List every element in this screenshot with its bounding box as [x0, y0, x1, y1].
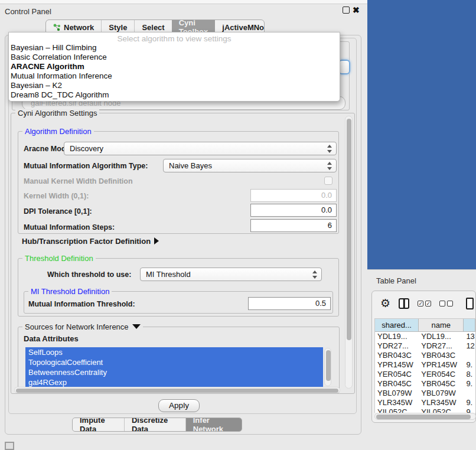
app-toolbar-edge: [0, 0, 367, 4]
hub-definition-toggle[interactable]: Hub/Transcription Factor Definition: [22, 237, 159, 246]
sources-group-title[interactable]: Sources for Network Inference: [22, 322, 143, 331]
mi-type-combo[interactable]: Naive Bayes: [163, 159, 337, 172]
manual-kernel-label: Manual Kernel Width Definition: [24, 177, 133, 185]
dropdown-item-bayesian-k2[interactable]: Bayesian – K2: [9, 81, 340, 90]
table-row[interactable]: YPR145WYPR145W9.: [375, 360, 475, 370]
screen: Control Panel ✖ NetworkStyleSelectCyni T…: [0, 0, 476, 450]
dropdown-item-bayesian-hill-climbing[interactable]: Bayesian – Hill Climbing: [9, 43, 340, 53]
algorithm-combo-button[interactable]: [338, 60, 350, 74]
algorithm-definition-title: Algorithm Definition: [22, 127, 94, 136]
dropdown-placeholder: Select algorithm to view settings: [9, 32, 340, 43]
table-panel-region: Table Panel ⚙ ✓✓ shared...name YDL19...Y…: [367, 269, 476, 450]
table-cell: YLR345W: [375, 398, 419, 407]
column-header-name[interactable]: name: [419, 319, 464, 331]
apply-button[interactable]: Apply: [158, 399, 200, 412]
table-row[interactable]: YDR27...YDR27...12: [375, 341, 475, 351]
table-cell: YBR043C: [375, 351, 419, 360]
new-table-icon[interactable]: [466, 298, 474, 309]
column-header-2[interactable]: [464, 319, 475, 331]
table-rows: YDL19...YDL19...13YDR27...YDR27...12YBR0…: [375, 332, 475, 413]
tab-label: Select: [142, 23, 164, 32]
dock-panel-icon[interactable]: [5, 442, 14, 450]
hub-definition-label: Hub/Transcription Factor Definition: [22, 237, 151, 246]
attribute-item-betweennesscentrality[interactable]: BetweennessCentrality: [25, 367, 323, 377]
gear-icon[interactable]: ⚙: [380, 297, 390, 310]
table-cell: 12: [464, 341, 475, 351]
attr-list-scrollbar[interactable]: [324, 348, 331, 386]
table-row[interactable]: YIL052CYIL052C9: [375, 407, 475, 413]
tab-discretize-data[interactable]: Discretize Data: [124, 418, 185, 431]
sources-title-text: Sources for Network Inference: [25, 322, 129, 331]
manual-kernel-checkbox[interactable]: [324, 177, 332, 185]
table-cell: 8.: [464, 370, 475, 379]
data-attributes-list[interactable]: SelfLoopsTopologicalCoefficientBetweenne…: [25, 347, 323, 387]
table-cell: YER054C: [375, 370, 419, 379]
dropdown-item-mutual-information-inference[interactable]: Mutual Information Inference: [9, 71, 340, 81]
table-panel-window: ⚙ ✓✓ shared...name YDL19...YDL19...13YDR…: [371, 291, 476, 423]
table-row[interactable]: YLR345WYLR345W9.: [375, 398, 475, 407]
table-row[interactable]: YBR043CYBR043C: [375, 351, 475, 360]
attribute-item-selfloops[interactable]: SelfLoops: [25, 347, 323, 357]
cyni-settings-title: Cyni Algorithm Settings: [15, 109, 99, 118]
tab-impute-data[interactable]: Impute Data: [73, 418, 124, 431]
mi-threshold-group-title: MI Threshold Definition: [28, 287, 112, 296]
aracne-mode-combo[interactable]: Discovery: [64, 142, 337, 155]
select-all-icon[interactable]: ✓✓: [418, 301, 431, 306]
column-header-shared[interactable]: shared...: [375, 319, 419, 331]
table-cell: 13: [464, 332, 475, 341]
mi-type-value: Naive Bayes: [169, 161, 212, 170]
table-cell: YBR043C: [419, 351, 464, 360]
table-row[interactable]: YER054CYER054C8.: [375, 370, 475, 379]
table-toolbar: ⚙ ✓✓: [374, 295, 474, 312]
settings-scrollbar-thumb[interactable]: [347, 119, 351, 340]
table-cell: YPR145W: [375, 360, 419, 370]
table-row[interactable]: YDL19...YDL19...13: [375, 332, 475, 341]
table-row[interactable]: YBR045CYBR045C9.: [375, 379, 475, 389]
table-cell: 9.: [464, 360, 475, 370]
node-table: shared...name YDL19...YDL19...13YDR27...…: [374, 318, 476, 413]
sources-hscrollbar-thumb[interactable]: [16, 389, 338, 393]
table-cell: YIL052C: [419, 407, 464, 413]
table-cell: YPR145W: [419, 360, 464, 370]
mi-threshold-field[interactable]: 0.5: [248, 297, 331, 310]
mi-type-label: Mutual Information Algorithm Type:: [24, 162, 148, 170]
table-panel-title: Table Panel: [376, 276, 416, 285]
table-cell: 9: [464, 407, 475, 413]
collapse-arrow-icon: [154, 237, 159, 244]
sources-hscrollbar[interactable]: [14, 387, 340, 393]
table-cell: 9.: [464, 379, 475, 389]
table-row[interactable]: YBL079WYBL079W: [375, 389, 475, 398]
settings-scrollbar[interactable]: [345, 116, 353, 389]
which-threshold-combo[interactable]: MI Threshold: [140, 268, 322, 281]
table-cell: YLR345W: [419, 398, 464, 407]
tab-infer-network[interactable]: Infer Network: [185, 418, 242, 431]
dropdown-items: Bayesian – Hill ClimbingBasic Correlatio…: [9, 43, 340, 100]
attribute-item-topologicalcoefficient[interactable]: TopologicalCoefficient: [25, 357, 323, 367]
spinner-arrows-icon: [327, 162, 332, 170]
attr-list-scrollbar-thumb[interactable]: [326, 350, 331, 381]
table-cell: 9.: [464, 398, 475, 407]
table-hscrollbar-thumb[interactable]: [376, 415, 471, 419]
deselect-all-icon[interactable]: [439, 301, 453, 306]
mi-steps-label: Mutual Information Steps:: [24, 223, 115, 231]
tab-label: Style: [109, 23, 127, 32]
which-threshold-label: Which threshold to use:: [47, 270, 131, 279]
table-hscrollbar[interactable]: [374, 413, 476, 420]
kernel-width-field[interactable]: 0.0: [250, 189, 337, 202]
dropdown-item-basic-correlation-inference[interactable]: Basic Correlation Inference: [9, 53, 340, 62]
columns-icon[interactable]: [399, 298, 409, 309]
mi-steps-field[interactable]: 6: [250, 219, 337, 232]
table-cell: YBR045C: [419, 379, 464, 389]
close-icon[interactable]: ✖: [353, 5, 360, 15]
attribute-item-gal4rgexp[interactable]: gal4RGexp: [25, 377, 323, 387]
float-window-icon[interactable]: [343, 6, 350, 14]
spinner-arrows-icon: [327, 145, 332, 153]
table-cell: YIL052C: [375, 407, 419, 413]
control-panel-title: Control Panel: [5, 7, 51, 16]
dpi-tolerance-field[interactable]: 0.0: [250, 204, 337, 217]
dropdown-item-aracne-algorithm[interactable]: ARACNE Algorithm: [9, 62, 340, 71]
table-cell: YBL079W: [419, 389, 464, 398]
table-cell: YBR045C: [375, 379, 419, 389]
dropdown-item-dream8-dc-tdc-algorithm[interactable]: Dream8 DC_TDC Algorithm: [9, 90, 340, 100]
aracne-mode-value: Discovery: [70, 144, 103, 153]
